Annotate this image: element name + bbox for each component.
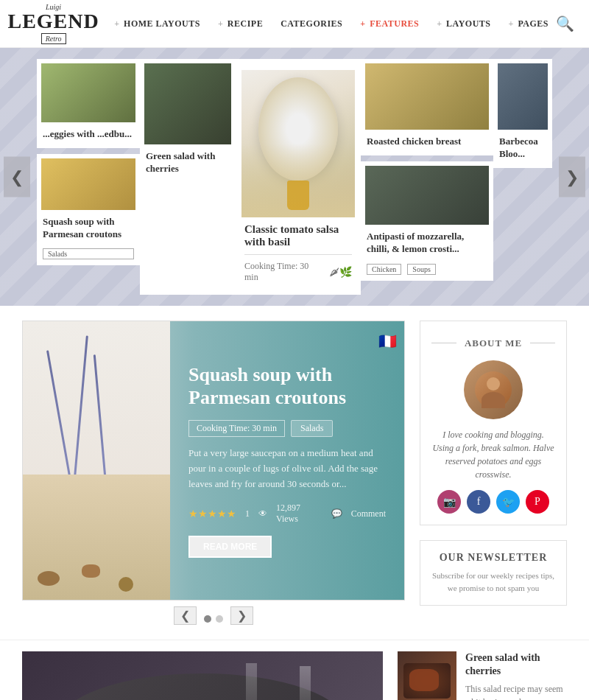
card-title-barbecoa: Barbecoa Bloo...: [498, 133, 548, 164]
logo-retro: Retro: [41, 33, 66, 44]
carousel-card-chicken[interactable]: Roasted chicken breast: [361, 59, 493, 155]
cooking-time-label: Cooking Time: 30 min: [244, 261, 325, 283]
newsletter-title: OUR NEWSLETTER: [431, 552, 555, 564]
nav-categories[interactable]: CATEGORIES: [273, 14, 350, 34]
carousel-next-button[interactable]: ❯: [559, 157, 585, 197]
slide-background: 🇫🇷 Squash soup with Parmesan croutons Co…: [23, 321, 404, 600]
slide-stars: ★★★★★: [188, 508, 236, 520]
post-small-inner: Green salad with cherries This salad rec…: [398, 651, 567, 700]
about-text: I love cooking and blogging. Using a for…: [431, 428, 555, 481]
carousel-inner: ...eggies with ...edbu... Squash soup wi…: [0, 59, 589, 295]
read-more-button[interactable]: Read More: [188, 536, 272, 558]
nav-layouts[interactable]: + LAYOUTS: [429, 14, 498, 34]
slider-controls: ❮ ❯: [22, 606, 405, 625]
nav-features[interactable]: + FEATURES: [353, 14, 426, 34]
slide-comment-label: Comment: [351, 508, 386, 519]
carousel-card-barbecoa[interactable]: Barbecoa Bloo...: [493, 59, 552, 168]
newsletter-text: Subscribe for our weekly recipes tips, w…: [431, 570, 555, 594]
carousel-col-center: Classic tomato salsa with basil Cooking …: [236, 59, 361, 295]
slide-views: 12,897 Views: [276, 503, 322, 525]
author-avatar: [464, 360, 523, 419]
carousel-prev-button[interactable]: ❮: [4, 157, 30, 197]
pinterest-button[interactable]: P: [526, 490, 549, 514]
slider-next-button[interactable]: ❯: [230, 606, 253, 625]
card-tag-chicken[interactable]: Chicken: [367, 264, 401, 275]
site-logo[interactable]: Luigi LEGEND Retro: [15, 3, 92, 44]
slider-prev-button[interactable]: ❮: [174, 606, 197, 625]
slide-rating-count: 1: [245, 508, 250, 519]
slider-dots: [204, 615, 223, 623]
carousel-card-antipasti[interactable]: Antipasti of mozzarella, chilli, & lemon…: [361, 161, 493, 281]
slide-flag: 🇫🇷: [378, 332, 397, 350]
slide-cooking-time: Cooking Time: 30 min: [188, 420, 285, 437]
post-card-food-large[interactable]: ❮ ❯: [22, 651, 383, 700]
logo-legend: LEGEND: [7, 11, 99, 32]
slide-content: 🇫🇷 Squash soup with Parmesan croutons Co…: [170, 321, 404, 600]
card-title-veggies: ...eggies with ...edbu...: [41, 125, 135, 144]
nav-home-layouts[interactable]: + HOME LAYOUTS: [107, 14, 208, 34]
bottom-posts: ❮ ❯ Green salad with cherries This salad…: [0, 640, 589, 700]
slide-meta: Cooking Time: 30 min Salads: [188, 420, 386, 437]
post-excerpt: This salad recipe may seem a bit boring …: [465, 682, 567, 700]
post-thumbnail: [398, 651, 456, 700]
search-button[interactable]: 🔍: [556, 15, 574, 32]
slide-eye-icon: 👁: [258, 508, 267, 519]
slide-comment-icon: 💬: [331, 508, 342, 519]
slider-dot-1[interactable]: [204, 615, 211, 623]
slide-tag: Salads: [291, 420, 333, 437]
site-header: Luigi LEGEND Retro + HOME LAYOUTS + RECI…: [0, 0, 589, 48]
slide-title: Squash soup with Parmesan croutons: [188, 363, 386, 409]
card-title-greensalad: Green salad with cherries: [144, 147, 231, 178]
tomato-food-image: [241, 70, 355, 217]
card-title-tomato: Classic tomato salsa with basil: [244, 223, 352, 248]
carousel-card-greensalad[interactable]: Green salad with cherries: [140, 59, 236, 295]
newsletter-box: OUR NEWSLETTER Subscribe for our weekly …: [420, 540, 567, 606]
card-cook-info: Cooking Time: 30 min 🌶🌿: [244, 261, 352, 283]
facebook-button[interactable]: f: [467, 490, 490, 514]
nav-recipe[interactable]: + RECIPE: [211, 14, 270, 34]
featured-slider: 🇫🇷 Squash soup with Parmesan croutons Co…: [22, 321, 405, 625]
about-me-box: ABOUT ME I love cooking and blogging. Us…: [420, 321, 567, 525]
recipe-carousel: ❮ ...eggies with ...edbu... Squash soup …: [0, 48, 589, 306]
card-title-chicken: Roasted chicken breast: [365, 133, 489, 151]
twitter-button[interactable]: 🐦: [496, 490, 520, 514]
slider-wrapper: 🇫🇷 Squash soup with Parmesan croutons Co…: [22, 321, 405, 601]
slide-stats: ★★★★★ 1 👁 12,897 Views 💬 Comment: [188, 503, 386, 525]
carousel-card-squash[interactable]: Squash soup with Parmesan croutons Salad…: [37, 154, 140, 265]
card-tag-salads[interactable]: Salads: [43, 248, 134, 259]
main-nav: + HOME LAYOUTS + RECIPE CATEGORIES + FEA…: [107, 14, 556, 34]
slide-left-image: [23, 321, 170, 600]
card-title-squash: Squash soup with Parmesan croutons: [41, 213, 135, 244]
carousel-card-tomato[interactable]: Classic tomato salsa with basil Cooking …: [236, 59, 361, 295]
main-content: 🇫🇷 Squash soup with Parmesan croutons Co…: [0, 306, 589, 640]
carousel-col-right1: Roasted chicken breast Antipasti of mozz…: [361, 59, 493, 295]
post-large-image: [22, 651, 383, 700]
about-me-title: ABOUT ME: [431, 332, 555, 353]
carousel-col-right2: Barbecoa Bloo...: [493, 59, 552, 295]
card-title-antipasti: Antipasti of mozzarella, chilli, & lemon…: [365, 228, 489, 259]
carousel-col-2: Green salad with cherries: [140, 59, 236, 295]
slide-description: Put a very large saucepan on a medium he…: [188, 446, 386, 491]
instagram-button[interactable]: 📷: [437, 490, 461, 514]
post-info: Green salad with cherries This salad rec…: [465, 651, 567, 700]
slider-dot-2[interactable]: [216, 615, 223, 623]
slide-overlay: 🇫🇷 Squash soup with Parmesan croutons Co…: [23, 321, 404, 600]
sidebar: ABOUT ME I love cooking and blogging. Us…: [420, 321, 567, 625]
social-icons: 📷 f 🐦 P: [431, 490, 555, 514]
card-tag-soups[interactable]: Soups: [407, 264, 435, 275]
post-card-green-salad[interactable]: Green salad with cherries This salad rec…: [398, 651, 567, 700]
post-title: Green salad with cherries: [465, 651, 567, 678]
nav-pages[interactable]: + PAGES: [501, 14, 556, 34]
carousel-card-veggies[interactable]: ...eggies with ...edbu...: [37, 59, 140, 148]
carousel-col-1: ...eggies with ...edbu... Squash soup wi…: [37, 59, 140, 295]
